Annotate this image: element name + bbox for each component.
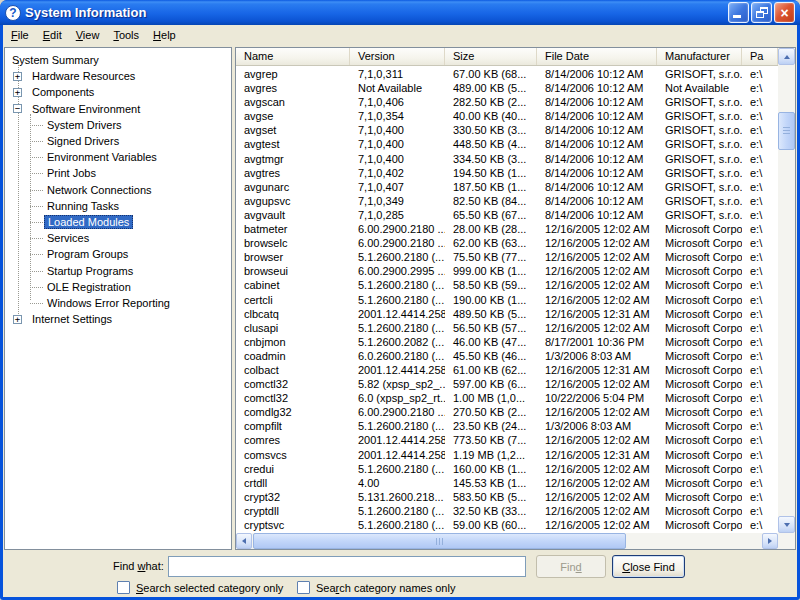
module-row-browselc[interactable]: browselc6.00.2900.2180 ...62.00 KB (63..… <box>236 236 778 250</box>
tree-item-running-tasks[interactable]: Running Tasks <box>5 198 231 214</box>
vertical-scrollbar-thumb[interactable] <box>778 112 795 150</box>
expand-icon[interactable]: + <box>13 315 22 324</box>
cell-manufacturer: Microsoft Corpor... <box>657 293 742 307</box>
close-find-button[interactable]: Close Find <box>612 555 685 578</box>
column-header-size[interactable]: Size <box>445 48 537 65</box>
cell-name: avgset <box>236 123 350 137</box>
module-row-browser[interactable]: browser5.1.2600.2180 (...75.50 KB (77...… <box>236 250 778 264</box>
cell-version: 5.1.2600.2180 (... <box>350 278 445 292</box>
cell-manufacturer: GRISOFT, s.r.o. <box>657 123 742 137</box>
module-row-cryptsvc[interactable]: cryptsvc5.1.2600.2180 (...59.00 KB (60..… <box>236 518 778 532</box>
module-row-avgse[interactable]: avgse7,1,0,35440.00 KB (40...8/14/2006 1… <box>236 109 778 123</box>
module-row-cnbjmon[interactable]: cnbjmon5.1.2600.2082 (...46.00 KB (47...… <box>236 335 778 349</box>
cell-name: browselc <box>236 236 350 250</box>
module-row-crtdll[interactable]: crtdll4.00145.53 KB (1...12/16/2005 12:0… <box>236 476 778 490</box>
module-row-batmeter[interactable]: batmeter6.00.2900.2180 ...28.00 KB (28..… <box>236 222 778 236</box>
column-header-file-date[interactable]: File Date <box>537 48 657 65</box>
vertical-scrollbar[interactable] <box>778 48 795 533</box>
module-row-compfilt[interactable]: compfilt5.1.2600.2180 (...23.50 KB (24..… <box>236 419 778 433</box>
restore-button[interactable] <box>751 2 772 23</box>
tree-item-hardware-resources[interactable]: +Hardware Resources <box>5 68 231 84</box>
tree-item-system-summary[interactable]: System Summary <box>5 52 231 68</box>
tree-item-internet-settings[interactable]: +Internet Settings <box>5 311 231 327</box>
cell-file_date: 8/17/2001 10:36 PM <box>537 335 657 349</box>
column-header-manufacturer[interactable]: Manufacturer <box>657 48 742 65</box>
cell-name: avgtest <box>236 137 350 151</box>
module-row-comsvcs[interactable]: comsvcs2001.12.4414.2581.19 MB (1,2...12… <box>236 448 778 462</box>
module-row-avgtest[interactable]: avgtest7,1,0,400448.50 KB (4...8/14/2006… <box>236 137 778 151</box>
scroll-left-button[interactable] <box>236 533 252 549</box>
tree-item-windows-error-reporting[interactable]: Windows Error Reporting <box>5 295 231 311</box>
scroll-right-button[interactable] <box>762 533 778 549</box>
horizontal-scrollbar[interactable] <box>236 533 778 549</box>
module-row-cryptdll[interactable]: cryptdll5.1.2600.2180 (...32.50 KB (33..… <box>236 504 778 518</box>
module-row-comctl32[interactable]: comctl326.0 (xpsp_sp2_rt...1.00 MB (1,0.… <box>236 391 778 405</box>
cell-path: e:\ <box>742 419 778 433</box>
module-row-avgvault[interactable]: avgvault7,1,0,28565.50 KB (67...8/14/200… <box>236 208 778 222</box>
close-icon: × <box>775 4 794 22</box>
search-selected-category-checkbox[interactable] <box>117 581 130 594</box>
menu-item-edit[interactable]: Edit <box>36 26 69 44</box>
cell-name: browseui <box>236 264 350 278</box>
tree-item-software-environment[interactable]: −Software Environment <box>5 101 231 117</box>
find-input[interactable] <box>168 556 526 577</box>
module-row-certcli[interactable]: certcli5.1.2600.2180 (...190.00 KB (1...… <box>236 293 778 307</box>
cell-version: 7,1,0,400 <box>350 152 445 166</box>
module-row-avgtres[interactable]: avgtres7,1,0,402194.50 KB (1...8/14/2006… <box>236 166 778 180</box>
expand-icon[interactable]: + <box>13 72 22 81</box>
column-header-pa[interactable]: Pa <box>742 48 778 65</box>
tree-item-print-jobs[interactable]: Print Jobs <box>5 165 231 181</box>
cell-version: 4.00 <box>350 476 445 490</box>
module-row-colbact[interactable]: colbact2001.12.4414.25861.00 KB (62...12… <box>236 363 778 377</box>
tree-item-system-drivers[interactable]: System Drivers <box>5 117 231 133</box>
module-row-avgtmgr[interactable]: avgtmgr7,1,0,400334.50 KB (3...8/14/2006… <box>236 152 778 166</box>
tree-item-network-connections[interactable]: Network Connections <box>5 182 231 198</box>
tree-item-loaded-modules[interactable]: Loaded Modules <box>5 214 231 230</box>
column-header-version[interactable]: Version <box>350 48 445 65</box>
tree-item-environment-variables[interactable]: Environment Variables <box>5 149 231 165</box>
module-row-avgrep[interactable]: avgrep7,1,0,31167.00 KB (68...8/14/2006 … <box>236 67 778 81</box>
menu-item-tools[interactable]: Tools <box>106 26 146 44</box>
title-bar[interactable]: ? System Information × <box>0 0 800 25</box>
tree-item-ole-registration[interactable]: OLE Registration <box>5 279 231 295</box>
tree-item-components[interactable]: +Components <box>5 84 231 100</box>
module-row-credui[interactable]: credui5.1.2600.2180 (...160.00 KB (1...1… <box>236 462 778 476</box>
menu-item-file[interactable]: File <box>4 26 36 44</box>
module-row-clusapi[interactable]: clusapi5.1.2600.2180 (...56.50 KB (57...… <box>236 321 778 335</box>
module-row-comres[interactable]: comres2001.12.4414.258773.50 KB (7...12/… <box>236 433 778 447</box>
tree-item-signed-drivers[interactable]: Signed Drivers <box>5 133 231 149</box>
search-category-names-option[interactable]: Search category names only <box>297 581 455 594</box>
module-row-cabinet[interactable]: cabinet5.1.2600.2180 (...58.50 KB (59...… <box>236 278 778 292</box>
module-row-avgset[interactable]: avgset7,1,0,400330.50 KB (3...8/14/2006 … <box>236 123 778 137</box>
minimize-button[interactable] <box>728 2 749 23</box>
search-category-names-checkbox[interactable] <box>297 581 310 594</box>
cell-name: compfilt <box>236 419 350 433</box>
module-row-avgres[interactable]: avgresNot Available489.00 KB (5...8/14/2… <box>236 81 778 95</box>
scroll-up-button[interactable] <box>778 48 795 65</box>
scroll-down-button[interactable] <box>778 516 795 533</box>
close-button[interactable]: × <box>774 2 795 23</box>
module-row-comctl32[interactable]: comctl325.82 (xpsp_sp2_...597.00 KB (6..… <box>236 377 778 391</box>
collapse-icon[interactable]: − <box>13 104 22 113</box>
search-selected-category-option[interactable]: Search selected category only <box>117 581 283 594</box>
menu-item-view[interactable]: View <box>69 26 107 44</box>
module-row-clbcatq[interactable]: clbcatq2001.12.4414.258489.50 KB (5...12… <box>236 307 778 321</box>
module-row-comdlg32[interactable]: comdlg326.00.2900.2180 ...270.50 KB (2..… <box>236 405 778 419</box>
cell-path: e:\ <box>742 95 778 109</box>
module-row-crypt32[interactable]: crypt325.131.2600.218...583.50 KB (5...1… <box>236 490 778 504</box>
menu-item-help[interactable]: Help <box>146 26 183 44</box>
module-row-coadmin[interactable]: coadmin6.0.2600.2180 (...45.50 KB (46...… <box>236 349 778 363</box>
cell-version: 5.1.2600.2082 (... <box>350 335 445 349</box>
module-row-avgscan[interactable]: avgscan7,1,0,406282.50 KB (2...8/14/2006… <box>236 95 778 109</box>
cell-name: credui <box>236 462 350 476</box>
module-row-avgupsvc[interactable]: avgupsvc7,1,0,34982.50 KB (84...8/14/200… <box>236 194 778 208</box>
module-row-browseui[interactable]: browseui6.00.2900.2995 ...999.00 KB (1..… <box>236 264 778 278</box>
column-header-name[interactable]: Name <box>236 48 350 65</box>
tree-item-startup-programs[interactable]: Startup Programs <box>5 262 231 278</box>
module-row-avgunarc[interactable]: avgunarc7,1,0,407187.50 KB (1...8/14/200… <box>236 180 778 194</box>
expand-icon[interactable]: + <box>13 88 22 97</box>
horizontal-scrollbar-thumb[interactable] <box>253 533 626 549</box>
cell-name: cryptsvc <box>236 518 350 532</box>
tree-item-services[interactable]: Services <box>5 230 231 246</box>
tree-item-program-groups[interactable]: Program Groups <box>5 246 231 262</box>
